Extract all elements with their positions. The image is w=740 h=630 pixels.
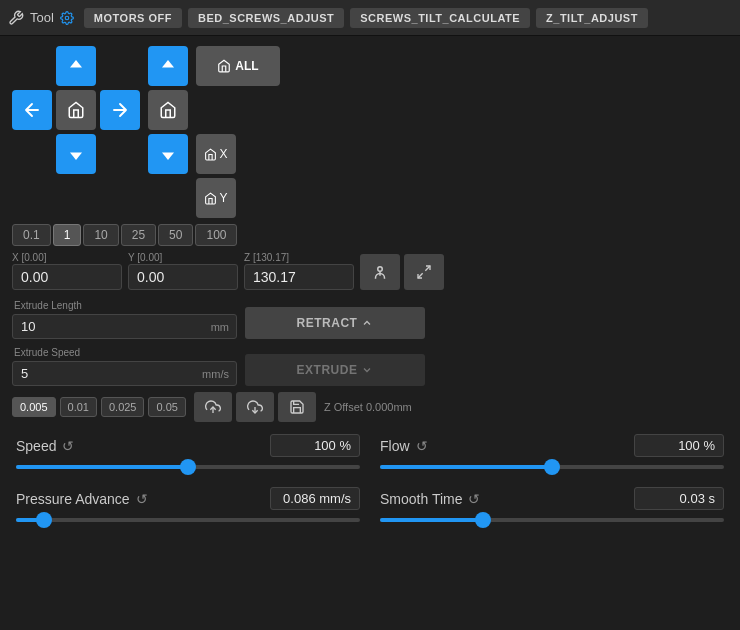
chevron-up-icon [361, 317, 373, 329]
extrude-speed-label: Extrude Speed [14, 347, 80, 358]
smooth-time-header: Smooth Time ↺ [380, 487, 724, 510]
step-100-button[interactable]: 100 [195, 224, 237, 246]
extrude-button[interactable]: EXTRUDE [245, 354, 425, 386]
home-all-icon [217, 59, 231, 73]
arrow-down-icon [67, 145, 85, 163]
jog-x-plus-button[interactable] [100, 90, 140, 130]
extrude-speed-row: Extrude Speed mm/s EXTRUDE [12, 345, 728, 386]
home-y-button[interactable]: Y [196, 178, 236, 218]
z-offset-label-text: Z Offset [324, 401, 363, 413]
pressure-advance-control: Pressure Advance ↺ [16, 487, 360, 530]
pressure-advance-slider-thumb[interactable] [36, 512, 52, 528]
z-coord-label: Z [130.17] [244, 252, 354, 263]
jog-z-plus-button[interactable] [148, 46, 188, 86]
jog-home-xy-button[interactable] [56, 90, 96, 130]
arrow-right-icon [111, 101, 129, 119]
extrude-label: EXTRUDE [297, 363, 358, 377]
coord-action-buttons [360, 254, 444, 290]
speed-slider-track[interactable] [16, 465, 360, 469]
topbar-title: Tool [30, 10, 54, 25]
smooth-time-value-area [634, 487, 724, 510]
x-coord-label: X [0.00] [12, 252, 122, 263]
step-1-button[interactable]: 1 [53, 224, 82, 246]
speed-reset-icon[interactable]: ↺ [62, 438, 74, 454]
flow-slider-track[interactable] [380, 465, 724, 469]
jog-x-minus-button[interactable] [12, 90, 52, 130]
z-offset-row: 0.005 0.01 0.025 0.05 Z Offset 0.000mm [12, 392, 728, 422]
extrude-speed-field: Extrude Speed mm/s [12, 361, 237, 386]
chevron-down-icon [361, 364, 373, 376]
speed-slider-thumb[interactable] [180, 459, 196, 475]
home-all-button[interactable]: ALL [196, 46, 280, 86]
speed-control: Speed ↺ [16, 434, 360, 477]
speed-header: Speed ↺ [16, 434, 360, 457]
smooth-time-label: Smooth Time [380, 491, 462, 507]
jog-home-z-button[interactable] [148, 90, 188, 130]
pressure-advance-input[interactable] [270, 487, 360, 510]
pressure-advance-value-area [270, 487, 360, 510]
flow-label: Flow [380, 438, 410, 454]
z-coord-input[interactable] [244, 264, 354, 290]
speed-input[interactable] [270, 434, 360, 457]
topbar: Tool MOTORS OFF BED_SCREWS_ADJUST SCREWS… [0, 0, 740, 36]
motors-off-button[interactable]: MOTORS OFF [84, 8, 182, 28]
home-x-button[interactable]: X [196, 134, 236, 174]
smooth-time-control: Smooth Time ↺ [380, 487, 724, 530]
screws-tilt-calculate-button[interactable]: SCREWS_TILT_CALCULATE [350, 8, 530, 28]
z-offset-current-label: Z Offset 0.000mm [324, 401, 412, 413]
home-icon [67, 101, 85, 119]
y-coord-input[interactable] [128, 264, 238, 290]
smooth-time-input[interactable] [634, 487, 724, 510]
step-10-button[interactable]: 10 [83, 224, 118, 246]
jog-z-minus-button[interactable] [148, 134, 188, 174]
svg-line-3 [425, 266, 430, 271]
motors-off-coord-button[interactable] [360, 254, 400, 290]
svg-point-0 [65, 16, 69, 20]
z-step-0.005-button[interactable]: 0.005 [12, 397, 56, 417]
person-icon [371, 263, 389, 281]
z-step-0.01-button[interactable]: 0.01 [60, 397, 97, 417]
extrude-length-input[interactable] [12, 314, 237, 339]
smooth-time-reset-icon[interactable]: ↺ [468, 491, 480, 507]
smooth-time-slider-track[interactable] [380, 518, 724, 522]
extrude-length-input-wrap: mm [12, 314, 237, 339]
settings-icon [60, 11, 74, 25]
z-offset-down-button[interactable] [236, 392, 274, 422]
smooth-time-slider-thumb[interactable] [475, 512, 491, 528]
z-coord-field: Z [130.17] [244, 252, 354, 290]
pressure-advance-slider-track[interactable] [16, 518, 360, 522]
z-offset-value: 0.000mm [366, 401, 412, 413]
y-coord-label: Y [0.00] [128, 252, 238, 263]
arrow-up-z-icon [159, 57, 177, 75]
home-buttons-area: ALL X Y [196, 46, 280, 218]
jog-y-plus-button[interactable] [56, 46, 96, 86]
flow-header: Flow ↺ [380, 434, 724, 457]
z-step-0.025-button[interactable]: 0.025 [101, 397, 145, 417]
step-50-button[interactable]: 50 [158, 224, 193, 246]
z-step-0.05-button[interactable]: 0.05 [148, 397, 185, 417]
extrude-length-row: Extrude Length mm RETRACT [12, 298, 728, 339]
bed-screws-adjust-button[interactable]: BED_SCREWS_ADJUST [188, 8, 344, 28]
z-offset-up-button[interactable] [194, 392, 232, 422]
expand-coord-button[interactable] [404, 254, 444, 290]
x-coord-field: X [0.00] [12, 252, 122, 290]
jog-y-minus-button[interactable] [56, 134, 96, 174]
retract-button[interactable]: RETRACT [245, 307, 425, 339]
flow-slider-thumb[interactable] [544, 459, 560, 475]
tool-icon [8, 10, 24, 26]
xy-jog-grid [12, 46, 140, 174]
step-0.1-button[interactable]: 0.1 [12, 224, 51, 246]
pressure-advance-reset-icon[interactable]: ↺ [136, 491, 148, 507]
step-25-button[interactable]: 25 [121, 224, 156, 246]
coordinates-row: X [0.00] Y [0.00] Z [130.17] [12, 252, 728, 290]
z-tilt-adjust-button[interactable]: Z_TILT_ADJUST [536, 8, 648, 28]
svg-line-4 [418, 273, 423, 278]
flow-reset-icon[interactable]: ↺ [416, 438, 428, 454]
topbar-title-area: Tool [8, 10, 74, 26]
flow-input[interactable] [634, 434, 724, 457]
z-offset-save-button[interactable] [278, 392, 316, 422]
x-coord-input[interactable] [12, 264, 122, 290]
speed-slider-fill [16, 465, 188, 469]
z-jog-grid [148, 46, 188, 174]
download-icon [247, 399, 263, 415]
